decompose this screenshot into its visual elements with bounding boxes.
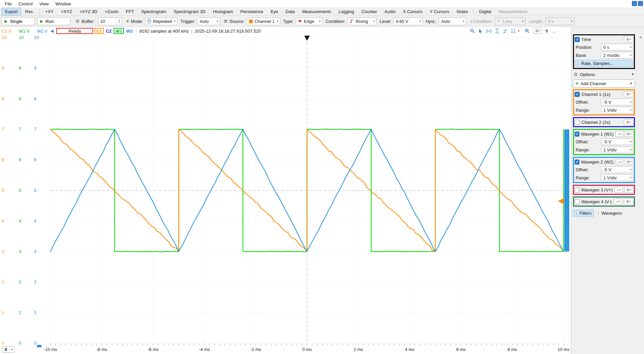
buffer-stepper[interactable]: 10 ▲▼ (98, 17, 122, 25)
trigger-position-marker[interactable] (305, 36, 310, 41)
wavegen2-settings-button[interactable]: ⚙▾ (625, 159, 633, 165)
options-row[interactable]: ⚙ Options ▼ (573, 71, 635, 78)
wavegen2-range-select[interactable]: 1 V/div▾ (601, 174, 633, 181)
tab-counter[interactable]: Counter (358, 8, 380, 15)
chevron-down-icon: ▼ (631, 73, 634, 76)
wavegen3-mode-button[interactable]: --▾ (614, 187, 623, 193)
plot-settings-button[interactable]: ⚙▾ (533, 28, 542, 34)
wavegen4-checkbox[interactable] (575, 199, 580, 204)
x-axis-select[interactable]: X▼ (2, 346, 14, 353)
tab--xyz[interactable]: +XYZ (58, 8, 75, 15)
pointer-icon[interactable] (478, 29, 483, 34)
channel-badge-c2[interactable]: C2 (105, 28, 113, 34)
menu-control[interactable]: Control (15, 1, 36, 7)
channel1-range-select[interactable]: 1 V/div▾ (601, 107, 633, 113)
trigger-select[interactable]: Auto ▾ (197, 17, 220, 25)
length-select[interactable]: 0 s ▾ (545, 17, 574, 25)
tab-measurements[interactable]: Measurements (495, 8, 531, 15)
menu-window[interactable]: Window (52, 1, 74, 7)
y-axis-button[interactable]: Y (545, 29, 548, 34)
level-select[interactable]: 4.65 V ▾ (393, 17, 423, 25)
tab-spectrogram[interactable]: Spectrogram (138, 8, 170, 15)
expand-right-icon[interactable]: → (551, 28, 556, 34)
wavegen1-mode-button[interactable]: --▾ (615, 131, 623, 137)
menu-file[interactable]: File (1, 1, 15, 7)
tab-logging[interactable]: Logging (335, 8, 357, 15)
time-checkbox[interactable]: ✓ (575, 37, 580, 42)
tab-audio[interactable]: Audio (381, 8, 399, 15)
zoom-in-icon[interactable] (525, 28, 530, 34)
lcondition-select[interactable]: ⚐ Less ▾ (495, 17, 526, 25)
tab--xyz-3d[interactable]: +XYZ 3D (76, 8, 101, 15)
tab-data[interactable]: Data (282, 8, 298, 15)
mode-select[interactable]: ↻ Repeated ▾ (145, 17, 177, 25)
mode-plus-icon[interactable]: + (126, 18, 129, 24)
tab-measurements[interactable]: Measurements (299, 8, 334, 15)
menu-view[interactable]: View (36, 1, 52, 7)
tab--zoom[interactable]: +Zoom (101, 8, 122, 15)
rate-samples-button[interactable]: ↓Rate, Samples... (575, 60, 633, 67)
channel2-checkbox[interactable] (575, 120, 580, 125)
buffer-gear-icon[interactable]: ⚙ (75, 19, 80, 24)
wavegen3-settings-button[interactable]: ⚙▾ (624, 187, 633, 193)
chevron-down-icon[interactable]: ▾ (518, 29, 520, 33)
run-button[interactable]: ▶Run (37, 17, 71, 25)
tab-rec-[interactable]: Rec. (22, 8, 38, 15)
tab-fft[interactable]: FFT (122, 8, 137, 15)
tab-eye[interactable]: Eye (267, 8, 281, 15)
collapse-left-icon[interactable]: ◀ (50, 29, 53, 33)
time-settings-button[interactable]: ⚙▾ (624, 36, 633, 42)
window-close-icon[interactable] (638, 1, 643, 6)
zoom-out-icon[interactable] (470, 28, 475, 34)
condition-select[interactable]: Rising ▾ (347, 17, 377, 25)
fit-height-icon[interactable] (495, 28, 500, 34)
tab-digital[interactable]: Digital (476, 8, 495, 15)
hysteresis-select[interactable]: Auto ▾ (439, 17, 466, 25)
x-position-marker[interactable] (37, 345, 41, 347)
channel-badge-w1[interactable]: W1 (114, 28, 124, 34)
buffer-value: 10 (98, 19, 116, 24)
tab-x-cursors[interactable]: X Cursors (400, 8, 426, 15)
tab-notes[interactable]: Notes (453, 8, 471, 15)
channel1-offset-select[interactable]: -5 V▾ (601, 99, 633, 105)
tab-export[interactable]: Export (2, 8, 21, 15)
scroll-up-icon[interactable]: ▲ (639, 35, 642, 39)
wavegen4-mode-button[interactable]: --▾ (613, 199, 622, 205)
window-minimize-icon[interactable] (632, 1, 637, 6)
wavegens-button[interactable]: ↑Wavegens (597, 211, 622, 216)
wavegen2-mode-button[interactable]: --▾ (615, 159, 623, 165)
channel-badge-w2[interactable]: W2 (125, 28, 134, 34)
tab-spectrogram-3d[interactable]: Spectrogram 3D (170, 8, 209, 15)
spinner-arrows-icon[interactable]: ▲▼ (116, 18, 122, 25)
trigger-settings-hammer-icon[interactable]: ⚒ (223, 19, 227, 24)
channels-1234-icon[interactable]: 1 23 4 (511, 28, 515, 34)
type-select[interactable]: ⚑ Edge ▾ (296, 17, 323, 25)
add-channel-button[interactable]: + Add Channel ▼ (573, 79, 635, 87)
wavegen2-offset-select[interactable]: -5 V▾ (601, 166, 633, 173)
wavegen2-checkbox[interactable]: ✓ (575, 160, 579, 165)
tab-persistence[interactable]: Persistence (237, 8, 266, 15)
base-select[interactable]: 2 ms/div▾ (601, 52, 633, 59)
filters-button[interactable]: ↓Filters (573, 210, 594, 217)
oscilloscope-plot[interactable] (0, 35, 571, 354)
single-button[interactable]: ▶Single (1, 17, 35, 25)
source-select[interactable]: Channel 1 ▾ (247, 17, 280, 25)
tab--xy[interactable]: +XY (42, 8, 57, 15)
channel1-checkbox[interactable]: ✓ (575, 92, 580, 97)
wavegen4-settings-button[interactable]: ⚙▾ (624, 199, 633, 205)
tab-y-cursors[interactable]: Y Cursors (427, 8, 453, 15)
fit-width-icon[interactable] (486, 29, 492, 34)
channel2-settings-button[interactable]: ⚙▾ (624, 119, 633, 125)
wavegen1-offset-select[interactable]: -5 V▾ (601, 138, 633, 145)
trigger-level-marker[interactable] (558, 199, 564, 204)
w2-scrollbar-thumb[interactable] (564, 129, 569, 251)
quick-measure-icon[interactable] (503, 29, 508, 34)
wavegen3-checkbox[interactable] (575, 187, 579, 192)
position-select[interactable]: 0 s▾ (601, 44, 633, 50)
wavegen1-range-select[interactable]: 1 V/div▾ (601, 146, 633, 153)
channel-badge-c1[interactable]: C1 (95, 28, 104, 34)
wavegen1-settings-button[interactable]: ⚙▾ (625, 131, 633, 137)
wavegen1-checkbox[interactable]: ✓ (575, 132, 579, 137)
tab-histogram[interactable]: Histogram (210, 8, 236, 15)
channel1-settings-button[interactable]: ⚙▾ (624, 91, 633, 97)
